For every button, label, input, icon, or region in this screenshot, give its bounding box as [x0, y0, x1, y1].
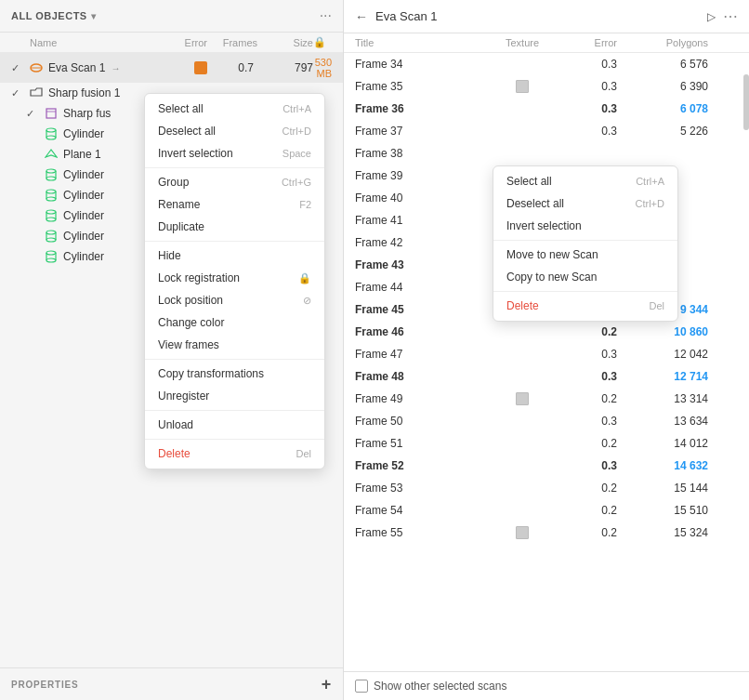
- check-icon: ✓: [26, 108, 45, 120]
- svg-point-21: [46, 238, 56, 242]
- svg-rect-2: [46, 109, 56, 118]
- menu-separator: [145, 359, 324, 360]
- title-col-header: Title: [355, 37, 485, 48]
- cylinder-icon: [45, 168, 58, 181]
- right-header-left: ← Eva Scan 1: [355, 9, 438, 24]
- chevron-down-icon[interactable]: ▾: [91, 11, 97, 21]
- cylinder-icon: [45, 189, 58, 202]
- scan-title: Eva Scan 1: [375, 9, 438, 23]
- select-all-menu-item-right[interactable]: Select all Ctrl+A: [493, 170, 677, 192]
- copy-transformations-menu-item[interactable]: Copy transformations: [145, 363, 324, 385]
- list-item[interactable]: Frame 34 0.3 6 576: [344, 53, 749, 75]
- arrow-icon: →: [111, 63, 120, 73]
- invert-selection-menu-item[interactable]: Invert selection Space: [145, 142, 324, 165]
- color-swatch: [194, 61, 207, 74]
- show-other-scans-checkbox[interactable]: [355, 680, 368, 693]
- list-item[interactable]: Frame 35 0.3 6 390: [344, 75, 749, 98]
- menu-separator: [145, 241, 324, 242]
- change-color-menu-item[interactable]: Change color: [145, 311, 324, 334]
- frames-value: 797: [257, 61, 313, 74]
- copy-to-new-scan-menu-item[interactable]: Copy to new Scan: [493, 266, 677, 288]
- list-item[interactable]: Frame 37 0.3 5 226: [344, 120, 749, 142]
- list-item[interactable]: Frame 46 0.2 10 860: [344, 321, 749, 343]
- scrollbar[interactable]: [743, 74, 749, 130]
- list-item[interactable]: Frame 50 0.3 13 634: [344, 410, 749, 432]
- lock-registration-menu-item[interactable]: Lock registration 🔒: [145, 267, 324, 289]
- plane-icon: [45, 148, 58, 161]
- delete-menu-item[interactable]: Delete Del: [145, 442, 324, 465]
- svg-point-16: [46, 210, 56, 214]
- list-item[interactable]: Frame 36 0.3 6 078: [344, 98, 749, 120]
- unload-menu-item[interactable]: Unload: [145, 414, 324, 436]
- svg-point-4: [46, 128, 56, 132]
- more-options-icon[interactable]: ⋯: [723, 7, 738, 25]
- right-bottom-bar: Show other selected scans: [344, 671, 749, 700]
- add-button[interactable]: +: [322, 676, 332, 693]
- folder-icon: [30, 86, 43, 99]
- object-list-headers: Name Error Frames Size 🔒: [0, 33, 343, 53]
- error-value: 0.7: [211, 61, 257, 74]
- list-item[interactable]: Frame 52 0.3 14 632: [344, 455, 749, 477]
- size-value: 530 MB: [313, 57, 332, 79]
- hide-menu-item[interactable]: Hide: [145, 244, 324, 267]
- more-options-icon[interactable]: ···: [320, 7, 332, 24]
- all-objects-label: ALL OBJECTS: [11, 10, 87, 21]
- texture-thumbnail: [516, 80, 529, 93]
- menu-separator: [493, 291, 677, 292]
- cylinder-icon: [45, 230, 58, 243]
- invert-selection-menu-item-right[interactable]: Invert selection: [493, 215, 677, 237]
- list-item[interactable]: Frame 55 0.2 15 324: [344, 522, 749, 544]
- play-button[interactable]: ▷: [707, 10, 716, 23]
- error-column-header: Error: [155, 37, 211, 48]
- size-column-header: Size: [257, 37, 313, 48]
- delete-menu-item-right[interactable]: Delete Del: [493, 295, 677, 317]
- properties-label: PROPERTIES: [11, 680, 78, 690]
- deselect-all-menu-item[interactable]: Deselect all Ctrl+D: [145, 120, 324, 142]
- cylinder-icon: [45, 250, 58, 263]
- view-frames-menu-item[interactable]: View frames: [145, 334, 324, 356]
- texture-col-header: Texture: [485, 37, 559, 48]
- deselect-all-menu-item-right[interactable]: Deselect all Ctrl+D: [493, 192, 677, 215]
- move-to-new-scan-menu-item[interactable]: Move to new Scan: [493, 244, 677, 266]
- list-item[interactable]: Frame 54 0.2 15 510: [344, 499, 749, 522]
- svg-point-9: [46, 177, 56, 180]
- group-menu-item[interactable]: Group Ctrl+G: [145, 171, 324, 193]
- menu-separator: [493, 240, 677, 241]
- box-icon: [45, 107, 58, 120]
- left-header: ALL OBJECTS ▾ ···: [0, 0, 343, 33]
- svg-point-8: [46, 169, 56, 173]
- name-column-header: Name: [30, 37, 155, 48]
- check-icon: ✓: [11, 62, 30, 74]
- polygons-col-header: Polygons: [624, 37, 708, 48]
- show-other-scans-checkbox-item[interactable]: Show other selected scans: [355, 680, 506, 693]
- scan-icon: [30, 61, 43, 74]
- error-col-header: Error: [559, 37, 624, 48]
- left-bottom-bar: PROPERTIES +: [0, 667, 343, 700]
- select-all-menu-item[interactable]: Select all Ctrl+A: [145, 98, 324, 120]
- back-button[interactable]: ←: [355, 9, 368, 24]
- svg-point-25: [46, 258, 56, 262]
- frame-list: Frame 34 0.3 6 576 Frame 35 0.3 6 390 Fr…: [344, 53, 749, 671]
- list-item[interactable]: Frame 49 0.2 13 314: [344, 388, 749, 410]
- svg-point-20: [46, 231, 56, 234]
- list-item[interactable]: Frame 53 0.2 15 144: [344, 477, 749, 499]
- unregister-menu-item[interactable]: Unregister: [145, 385, 324, 407]
- all-objects-title: ALL OBJECTS ▾: [11, 10, 96, 21]
- list-item[interactable]: Frame 47 0.3 12 042: [344, 343, 749, 365]
- cylinder-icon: [45, 209, 58, 222]
- menu-separator: [145, 167, 324, 168]
- rename-menu-item[interactable]: Rename F2: [145, 193, 324, 216]
- svg-point-24: [46, 251, 56, 255]
- duplicate-menu-item[interactable]: Duplicate: [145, 216, 324, 238]
- frame-list-headers: Title Texture Error Polygons: [344, 33, 749, 53]
- menu-separator: [145, 410, 324, 411]
- svg-point-17: [46, 218, 56, 221]
- lock-position-menu-item[interactable]: Lock position ⊘: [145, 289, 324, 311]
- list-item[interactable]: Frame 38: [344, 142, 749, 165]
- texture-thumbnail: [516, 526, 529, 539]
- list-item[interactable]: Frame 48 0.3 12 714: [344, 365, 749, 388]
- list-item[interactable]: ✓ Eva Scan 1 → 0.7 797 530 MB: [0, 53, 343, 83]
- frames-column-header: Frames: [211, 37, 257, 48]
- list-item[interactable]: Frame 51 0.2 14 012: [344, 432, 749, 455]
- object-name: Cylinder: [45, 127, 155, 140]
